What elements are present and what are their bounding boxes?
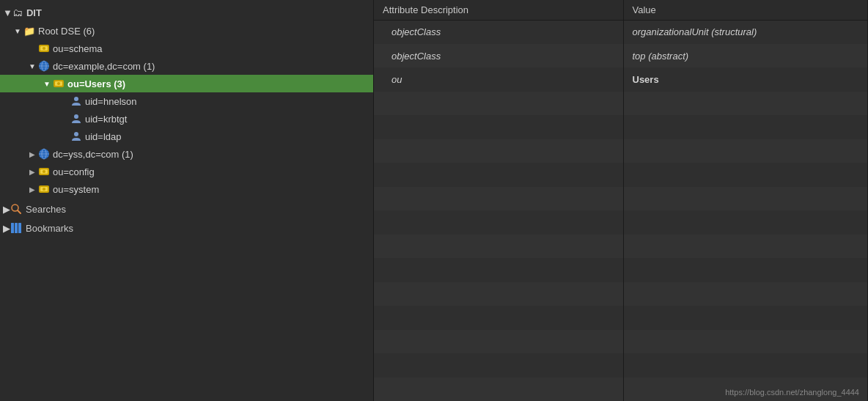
person-hnelson-icon (70, 95, 82, 107)
table-header-row: Attribute Description Value (374, 0, 868, 21)
table-row (374, 163, 868, 186)
svg-point-11 (74, 97, 78, 101)
ou-config-item[interactable]: ▶ ou=config (0, 163, 373, 180)
empty-cell (374, 210, 623, 234)
ou-config-arrow: ▶ (26, 166, 38, 177)
table-row (374, 210, 868, 234)
svg-rect-28 (15, 223, 18, 233)
table-row (374, 139, 868, 163)
empty-cell (374, 378, 623, 401)
searches-label: Searches (26, 204, 66, 215)
dc-yss-arrow: ▶ (26, 148, 38, 160)
uid-ldap-item[interactable]: uid=ldap (0, 128, 373, 145)
table-row[interactable]: objectClass top (abstract) (374, 44, 868, 67)
ou-config-label: ou=config (53, 166, 95, 177)
ou-schema-item[interactable]: ou=schema (0, 40, 373, 57)
root-dse-item[interactable]: ▼ 📁 Root DSE (6) (0, 22, 373, 40)
folder-icon: 📁 (23, 26, 35, 37)
dit-arrow: ▼ (3, 7, 12, 18)
svg-point-12 (74, 114, 78, 119)
attr-value-2: Users (623, 67, 868, 91)
ou-users-item[interactable]: ▼ ou=Users (3) (0, 75, 373, 92)
tree-container[interactable]: ▼ 🗂 DIT ▼ 📁 Root DSE (6) ou=schema ▼ dc=… (0, 0, 373, 401)
attr-value-1: top (abstract) (623, 44, 868, 67)
empty-cell (623, 187, 868, 210)
empty-cell (623, 92, 868, 115)
svg-rect-29 (18, 223, 21, 233)
attr-desc-header: Attribute Description (374, 0, 623, 21)
searches-section[interactable]: ▶ Searches (0, 199, 373, 218)
empty-cell (623, 282, 868, 306)
attr-name-0: objectClass (374, 21, 623, 44)
root-dse-label: Root DSE (6) (38, 26, 95, 37)
svg-point-10 (57, 82, 60, 85)
empty-cell (374, 353, 623, 377)
attr-name-2: ou (374, 67, 623, 91)
left-panel: ▼ 🗂 DIT ▼ 📁 Root DSE (6) ou=schema ▼ dc=… (0, 0, 374, 401)
empty-cell (623, 235, 868, 258)
empty-cell (374, 282, 623, 306)
svg-rect-27 (11, 223, 14, 233)
ou-schema-arrow (26, 43, 38, 54)
watermark: https://blog.csdn.net/zhanglong_4444 (725, 388, 859, 397)
ou-users-label: ou=Users (3) (67, 78, 125, 89)
uid-krbtgt-item[interactable]: uid=krbtgt (0, 110, 373, 128)
empty-cell (623, 353, 868, 377)
table-row (374, 258, 868, 282)
table-row (374, 235, 868, 258)
table-row (374, 115, 868, 139)
dc-example-item[interactable]: ▼ dc=example,dc=com (1) (0, 57, 373, 75)
svg-line-26 (18, 210, 21, 213)
table-row (374, 282, 868, 306)
uid-ldap-label: uid=ldap (85, 131, 122, 142)
table-row (374, 353, 868, 377)
dc-yss-label: dc=yss,dc=com (1) (53, 149, 133, 160)
table-row[interactable]: objectClass organizationalUnit (structur… (374, 21, 868, 44)
svg-point-21 (43, 170, 45, 173)
empty-cell (374, 306, 623, 329)
table-row[interactable]: ou Users (374, 67, 868, 91)
empty-cell (374, 92, 623, 115)
svg-point-2 (43, 47, 45, 50)
empty-cell (374, 187, 623, 210)
empty-cell (374, 115, 623, 139)
uid-krbtgt-arrow (59, 113, 70, 125)
empty-cell (623, 258, 868, 282)
bookmarks-section[interactable]: ▶ Bookmarks (0, 218, 373, 238)
empty-cell (374, 330, 623, 353)
dc-example-arrow: ▼ (26, 60, 38, 72)
dc-yss-item[interactable]: ▶ dc=yss,dc=com (1) (0, 145, 373, 163)
empty-cell (374, 163, 623, 186)
attr-value-0: organizationalUnit (structural) (623, 21, 868, 44)
ou-schema-label: ou=schema (53, 43, 103, 54)
ou-system-arrow: ▶ (26, 183, 38, 195)
ou-schema-icon (38, 43, 50, 54)
uid-hnelson-arrow (59, 95, 70, 107)
uid-hnelson-label: uid=hnelson (85, 96, 136, 107)
ou-config-icon (38, 166, 50, 177)
dc-example-label: dc=example,dc=com (1) (53, 61, 155, 72)
uid-ldap-arrow (59, 130, 70, 142)
root-dse-arrow: ▼ (12, 25, 23, 37)
empty-cell (623, 330, 868, 353)
empty-cell (374, 258, 623, 282)
searches-icon (10, 203, 22, 215)
ou-users-arrow: ▼ (41, 78, 53, 89)
empty-cell (374, 235, 623, 258)
right-panel: Attribute Description Value objectClass … (374, 0, 868, 401)
empty-cell (623, 163, 868, 186)
searches-arrow: ▶ (3, 204, 10, 215)
table-row (374, 330, 868, 353)
dc-example-globe-icon (38, 60, 50, 72)
dit-section-header[interactable]: ▼ 🗂 DIT (0, 3, 373, 22)
empty-cell (623, 306, 868, 329)
ou-system-label: ou=system (53, 184, 99, 195)
table-row (374, 92, 868, 115)
uid-hnelson-item[interactable]: uid=hnelson (0, 92, 373, 110)
person-ldap-icon (70, 130, 82, 142)
ou-system-item[interactable]: ▶ ou=system (0, 180, 373, 198)
table-row (374, 306, 868, 329)
table-row (374, 187, 868, 210)
empty-cell (623, 139, 868, 163)
empty-cell (374, 139, 623, 163)
